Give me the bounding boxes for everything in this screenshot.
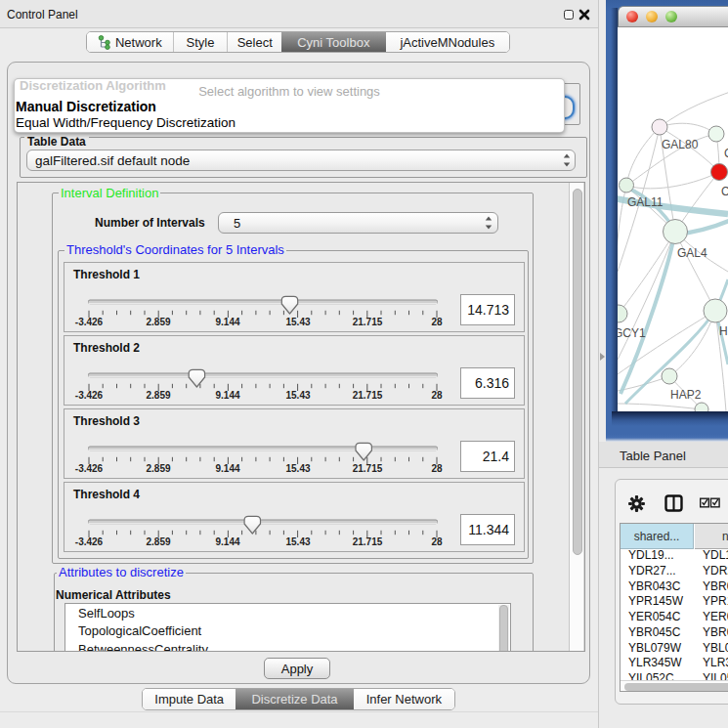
svg-text:HAP2: HAP2 <box>670 388 702 402</box>
svg-text:GAL11: GAL11 <box>627 195 664 209</box>
svg-text:C: C <box>721 185 728 198</box>
svg-text:H: H <box>719 324 728 338</box>
svg-text:GAL80: GAL80 <box>662 138 699 151</box>
svg-text:GAL4: GAL4 <box>677 246 707 260</box>
svg-text:GCY1: GCY1 <box>618 326 646 340</box>
svg-text:G: G <box>724 147 728 160</box>
